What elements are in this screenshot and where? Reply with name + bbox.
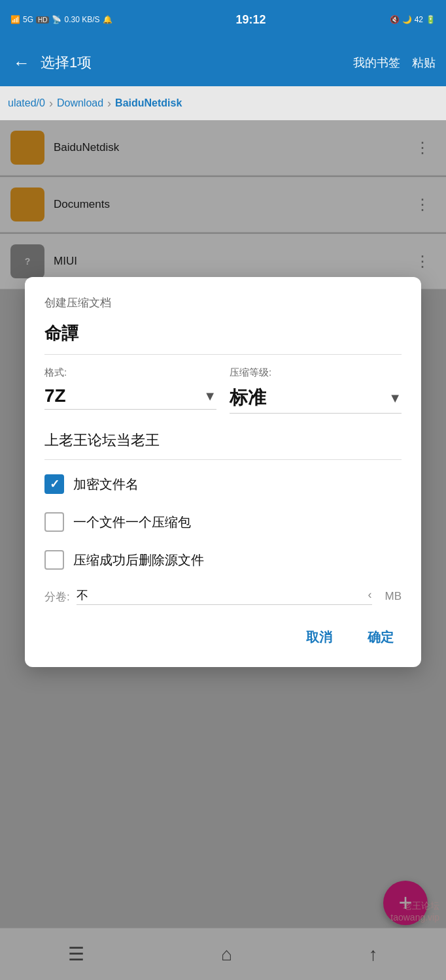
split-label: 分卷: bbox=[44, 589, 70, 604]
one-file-one-archive-row[interactable]: 一个文件一个压缩包 bbox=[44, 512, 402, 532]
dialog-title: 创建压缩文档 bbox=[44, 295, 402, 310]
breadcrumb-bar: ulated/0 › Download › BaiduNetdisk bbox=[0, 86, 446, 120]
split-arrow-icon[interactable]: ‹ bbox=[368, 588, 372, 602]
encrypt-filename-checkbox[interactable]: ✓ bbox=[44, 474, 64, 494]
breadcrumb-part3[interactable]: BaiduNetdisk bbox=[115, 97, 182, 109]
password-field[interactable]: 上老王论坛当老王 bbox=[44, 425, 402, 455]
wifi-icon: 📡 bbox=[52, 15, 61, 24]
compress-label: 压缩等级: bbox=[230, 367, 402, 379]
confirm-button[interactable]: 确定 bbox=[360, 623, 402, 651]
paste-button[interactable]: 粘贴 bbox=[412, 55, 436, 71]
delete-after-checkbox[interactable] bbox=[44, 550, 64, 570]
bookmark-button[interactable]: 我的书签 bbox=[353, 55, 400, 71]
status-right: 🔇 🌙 42 🔋 bbox=[390, 15, 436, 24]
checkmark-icon: ✓ bbox=[50, 477, 60, 491]
breadcrumb-part1[interactable]: ulated/0 bbox=[8, 97, 45, 109]
cancel-button[interactable]: 取消 bbox=[298, 623, 340, 651]
divider-1 bbox=[44, 354, 402, 355]
format-group: 格式: 7Z ▼ bbox=[44, 367, 216, 410]
status-time: 19:12 bbox=[236, 13, 266, 27]
status-left: 📶 5G HD 📡 0.30 KB/S 🔔 bbox=[10, 15, 112, 24]
delete-after-label: 压缩成功后删除源文件 bbox=[73, 551, 204, 569]
compress-group: 压缩等级: 标准 ▼ bbox=[230, 367, 402, 414]
format-dropdown-arrow: ▼ bbox=[203, 389, 216, 404]
nav-title: 选择1项 bbox=[41, 53, 345, 73]
breadcrumb-sep2: › bbox=[107, 97, 111, 110]
split-input-container[interactable]: ‹ bbox=[77, 588, 372, 605]
split-volume-row: 分卷: ‹ MB bbox=[44, 588, 402, 605]
delete-after-compress-row[interactable]: 压缩成功后删除源文件 bbox=[44, 550, 402, 570]
encrypt-filename-row[interactable]: ✓ 加密文件名 bbox=[44, 474, 402, 494]
create-archive-dialog: 创建压缩文档 命譚 格式: 7Z ▼ 压缩等级: 标准 ▼ 上老王论坛当老王 bbox=[25, 277, 421, 667]
battery-text: 42 bbox=[415, 15, 423, 24]
format-dropdown[interactable]: 7Z ▼ bbox=[44, 383, 216, 410]
divider-2 bbox=[44, 459, 402, 460]
hd-badge: HD bbox=[36, 16, 49, 24]
file-list-area: BaiduNetdisk ⋮ Documents ⋮ ? MIUI ⋮ + 老王… bbox=[0, 120, 446, 980]
one-file-checkbox[interactable] bbox=[44, 512, 64, 532]
split-unit: MB bbox=[385, 590, 402, 603]
nav-actions: 我的书签 粘贴 bbox=[353, 55, 436, 71]
status-bar: 📶 5G HD 📡 0.30 KB/S 🔔 19:12 🔇 🌙 42 🔋 bbox=[0, 0, 446, 39]
speed-text: 0.30 KB/S bbox=[64, 15, 99, 24]
moon-icon: 🌙 bbox=[402, 15, 412, 24]
split-input[interactable] bbox=[77, 588, 368, 602]
format-label: 格式: bbox=[44, 367, 216, 379]
dialog-actions: 取消 确定 bbox=[44, 623, 402, 651]
breadcrumb-part2[interactable]: Download bbox=[57, 97, 103, 109]
encrypt-filename-label: 加密文件名 bbox=[73, 476, 139, 493]
archive-filename: 命譚 bbox=[44, 322, 402, 345]
back-button[interactable]: ← bbox=[10, 50, 33, 76]
nav-bar: ← 选择1项 我的书签 粘贴 bbox=[0, 39, 446, 86]
signal-5g: 5G bbox=[23, 15, 33, 24]
battery-icon: 🔋 bbox=[426, 15, 436, 24]
signal-icon: 📶 bbox=[10, 15, 20, 24]
mute-icon: 🔇 bbox=[390, 15, 400, 24]
format-value: 7Z bbox=[44, 385, 66, 406]
one-file-label: 一个文件一个压缩包 bbox=[73, 514, 191, 531]
compress-dropdown[interactable]: 标准 ▼ bbox=[230, 383, 402, 414]
breadcrumb-sep1: › bbox=[49, 97, 53, 110]
format-compress-row: 格式: 7Z ▼ 压缩等级: 标准 ▼ bbox=[44, 367, 402, 414]
compress-value: 标准 bbox=[230, 385, 266, 410]
notification-icons: 🔔 bbox=[103, 15, 112, 24]
compress-dropdown-arrow: ▼ bbox=[388, 391, 402, 406]
